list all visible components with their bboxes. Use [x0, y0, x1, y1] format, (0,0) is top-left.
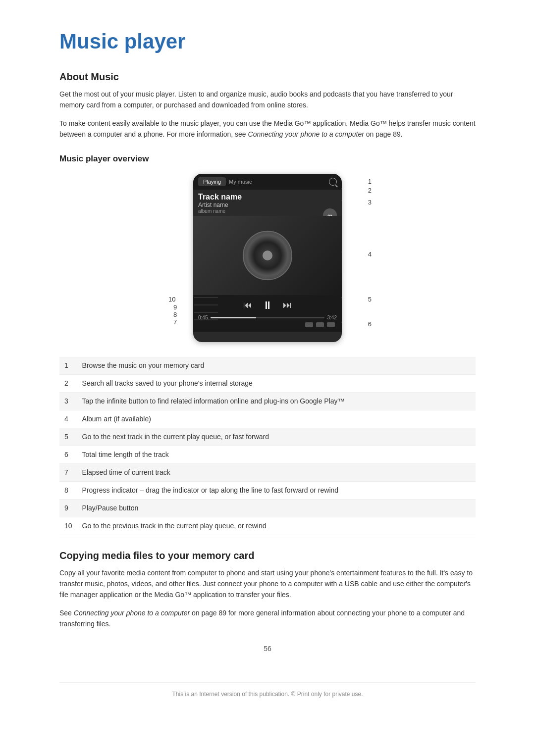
album-name: album name — [198, 208, 337, 214]
copying-para1: Copy all your favorite media content fro… — [59, 567, 476, 601]
callout-4: 4 — [368, 251, 372, 258]
progress-row: 0:45 3:42 — [198, 315, 337, 320]
disc-center — [263, 251, 272, 260]
track-info-area: Track name Artist name album name ∞ — [193, 190, 342, 216]
copying-section: Copying media files to your memory card … — [59, 550, 476, 630]
legend-text: Album art (if available) — [77, 410, 476, 428]
callout-5: 5 — [368, 296, 372, 303]
legend-text: Elapsed time of current track — [77, 463, 476, 481]
legend-row: 7Elapsed time of current track — [59, 463, 476, 481]
callout-1: 1 — [368, 178, 372, 185]
callout-6: 6 — [368, 320, 372, 328]
search-icon — [329, 178, 337, 186]
legend-row: 3Tap the infinite button to find related… — [59, 392, 476, 410]
legend-row: 8Progress indicator – drag the indicator… — [59, 481, 476, 499]
legend-text: Progress indicator – drag the indicator … — [77, 481, 476, 499]
page-title: Music player — [59, 30, 476, 53]
tab-playing: Playing — [198, 177, 226, 186]
about-music-para1: Get the most out of your music player. L… — [59, 89, 476, 111]
about-music-section: About Music Get the most out of your mus… — [59, 71, 476, 140]
legend-num: 4 — [59, 410, 77, 428]
legend-num: 6 — [59, 446, 77, 463]
social-icons-row — [198, 320, 337, 328]
legend-num: 3 — [59, 392, 77, 410]
play-pause-button: ⏸ — [262, 299, 273, 312]
phone-diagram-container: Playing My music Track name Artist name … — [59, 174, 476, 342]
legend-row: 5Go to the next track in the current pla… — [59, 428, 476, 446]
artist-name: Artist name — [198, 202, 337, 208]
album-art-area — [193, 216, 342, 295]
legend-num: 5 — [59, 428, 77, 446]
phone-top-bar: Playing My music — [193, 174, 342, 190]
legend-num: 9 — [59, 499, 77, 517]
legend-text: Search all tracks saved to your phone's … — [77, 374, 476, 392]
copying-heading: Copying media files to your memory card — [59, 550, 476, 561]
page-footer: This is an Internet version of this publ… — [59, 682, 476, 698]
legend-text: Go to the next track in the current play… — [77, 428, 476, 446]
phone-mockup: Playing My music Track name Artist name … — [193, 174, 342, 342]
about-music-heading: About Music — [59, 71, 476, 83]
legend-text: Tap the infinite button to find related … — [77, 392, 476, 410]
legend-num: 2 — [59, 374, 77, 392]
legend-row: 6Total time length of the track — [59, 446, 476, 463]
social-icon-2 — [316, 322, 324, 327]
controls-area: ⏮ ⏸ ⏭ 0:45 3:42 — [193, 295, 342, 332]
legend-table: 1Browse the music on your memory card2Se… — [59, 357, 476, 535]
callout-3: 3 — [368, 199, 372, 206]
legend-row: 10Go to the previous track in the curren… — [59, 517, 476, 535]
callout-10: 10 — [168, 296, 175, 303]
callout-8: 8 — [173, 311, 177, 318]
legend-text: Browse the music on your memory card — [77, 357, 476, 375]
progress-bar — [211, 317, 324, 318]
legend-num: 10 — [59, 517, 77, 535]
legend-num: 8 — [59, 481, 77, 499]
legend-text: Play/Pause button — [77, 499, 476, 517]
callout-2: 2 — [368, 187, 372, 194]
legend-text: Go to the previous track in the current … — [77, 517, 476, 535]
progress-fill — [211, 317, 256, 318]
social-icon-3 — [327, 322, 335, 327]
track-name: Track name — [198, 193, 337, 202]
next-button: ⏭ — [283, 300, 292, 310]
time-elapsed: 0:45 — [198, 315, 208, 320]
prev-button: ⏮ — [243, 300, 252, 310]
legend-row: 1Browse the music on your memory card — [59, 357, 476, 375]
time-total: 3:42 — [327, 315, 337, 320]
page-number: 56 — [59, 645, 476, 653]
copying-para2: See Connecting your phone to a computer … — [59, 607, 476, 630]
legend-num: 1 — [59, 357, 77, 375]
album-disc — [243, 231, 292, 280]
controls-row: ⏮ ⏸ ⏭ — [198, 299, 337, 312]
legend-num: 7 — [59, 463, 77, 481]
legend-row: 2Search all tracks saved to your phone's… — [59, 374, 476, 392]
callout-9: 9 — [173, 303, 177, 311]
legend-text: Total time length of the track — [77, 446, 476, 463]
tab-mymusicx: My music — [229, 179, 252, 185]
overview-section: Music player overview Playing My music T… — [59, 154, 476, 535]
about-music-para2: To make content easily available to the … — [59, 118, 476, 140]
legend-row: 9Play/Pause button — [59, 499, 476, 517]
overview-heading: Music player overview — [59, 154, 476, 164]
callout-7: 7 — [173, 318, 177, 326]
social-icon-1 — [305, 322, 313, 327]
legend-row: 4Album art (if available) — [59, 410, 476, 428]
